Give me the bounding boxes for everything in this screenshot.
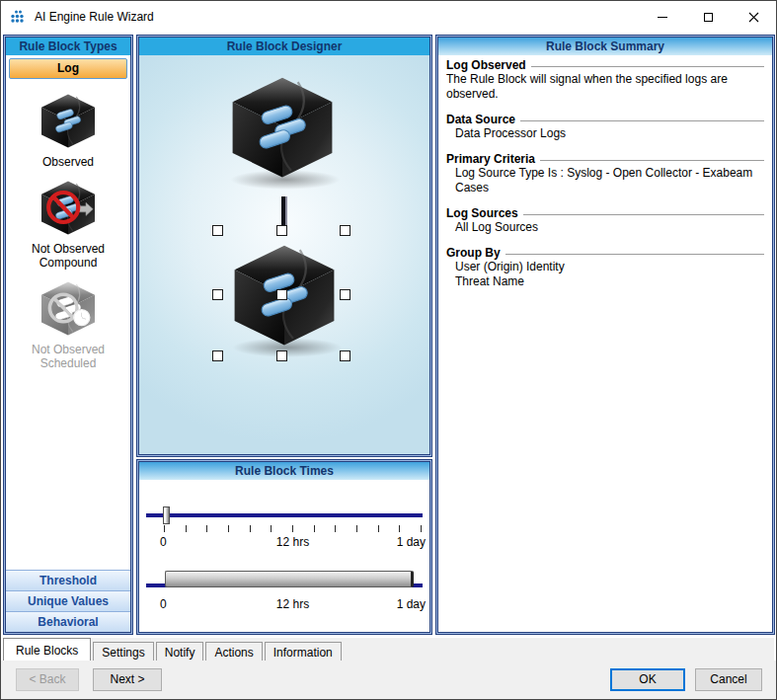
- tab-actions[interactable]: Actions: [205, 642, 262, 661]
- minimize-button[interactable]: [640, 1, 685, 33]
- tab-notify[interactable]: Notify: [156, 642, 204, 661]
- rule-block-designer-panel: Rule Block Designer: [138, 37, 430, 455]
- time-slider-labels: 0 12 hrs 1 day: [164, 535, 422, 550]
- next-button[interactable]: Next >: [93, 668, 162, 691]
- rule-block-cube-top[interactable]: [224, 71, 341, 182]
- summary-section-line: User (Origin) Identity: [446, 260, 764, 274]
- close-button[interactable]: [731, 1, 776, 33]
- type-category-behavioral-button[interactable]: Behavioral: [6, 611, 130, 632]
- summary-section-title: Primary Criteria: [446, 152, 764, 166]
- time-slider[interactable]: [146, 506, 423, 524]
- summary-section-title: Log Observed: [446, 58, 764, 72]
- window-title: AI Engine Rule Wizard: [35, 10, 154, 24]
- time-range-labels: 0 12 hrs 1 day: [164, 597, 422, 612]
- summary-section-line: All Log Sources: [446, 220, 764, 235]
- scale-label-1day: 1 day: [397, 597, 426, 611]
- type-item-label: Not Observed Compound: [32, 242, 105, 270]
- selection-handle-bottom-left[interactable]: [212, 350, 223, 361]
- not-observed-scheduled-icon: [39, 278, 98, 338]
- maximize-icon: [704, 13, 713, 22]
- rule-block-times-header: Rule Block Times: [139, 462, 429, 480]
- type-item-observed[interactable]: Observed: [6, 91, 130, 169]
- summary-section-line: Threat Name: [446, 274, 764, 289]
- rule-block-types-panel: Rule Block Types Log Observed Not Observ…: [5, 37, 131, 633]
- back-button: < Back: [16, 668, 79, 691]
- time-slider-track[interactable]: [146, 513, 423, 517]
- selection-handle-bottom-center[interactable]: [276, 350, 287, 361]
- type-item-not-observed-compound[interactable]: Not Observed Compound: [6, 178, 130, 270]
- scale-label-0: 0: [160, 597, 167, 611]
- rule-block-summary-header: Rule Block Summary: [438, 38, 772, 55]
- summary-section-title: Group By: [446, 246, 764, 260]
- summary-body: Log Observed The Rule Block will signal …: [438, 55, 772, 632]
- scale-label-12hrs: 12 hrs: [276, 535, 309, 549]
- window-controls: [640, 1, 776, 33]
- scale-label-1day: 1 day: [397, 535, 426, 549]
- summary-section-log-sources: Log Sources All Log Sources: [446, 206, 764, 235]
- selection-handle-bottom-right[interactable]: [340, 350, 350, 361]
- summary-section-title: Data Source: [446, 113, 764, 126]
- summary-section-title: Log Sources: [446, 206, 764, 220]
- time-range-bar[interactable]: [165, 571, 414, 587]
- rule-block-types-header: Rule Block Types: [6, 38, 130, 55]
- selected-block-antenna: [281, 196, 285, 228]
- summary-section-data-source: Data Source Data Processor Logs: [446, 113, 764, 141]
- bottom-button-bar: < Back Next > OK Cancel: [1, 661, 776, 699]
- wizard-tab-strip: Rule Blocks Settings Notify Actions Info…: [3, 638, 774, 661]
- type-list-empty-area: [6, 370, 130, 570]
- ai-engine-rule-wizard-window: AI Engine Rule Wizard Rule Block Types L…: [0, 0, 777, 700]
- summary-section-line: Data Processor Logs: [446, 126, 764, 141]
- rule-block-designer-header: Rule Block Designer: [139, 38, 429, 55]
- app-logo-dots-icon: [10, 9, 27, 26]
- summary-section-line: Log Source Type Is : Syslog - Open Colle…: [446, 166, 764, 195]
- tab-settings[interactable]: Settings: [93, 642, 153, 661]
- title-bar: AI Engine Rule Wizard: [1, 1, 776, 33]
- summary-section-log-observed: Log Observed The Rule Block will signal …: [446, 58, 764, 102]
- observed-cube-icon: [39, 91, 98, 150]
- times-body: 0 12 hrs 1 day 0 12 hrs 1 day: [139, 480, 429, 632]
- selection-handle-top-left[interactable]: [212, 225, 223, 236]
- time-slider-thumb[interactable]: [163, 506, 170, 524]
- selection-handle-mid-left[interactable]: [212, 289, 223, 300]
- cancel-button[interactable]: Cancel: [695, 668, 762, 691]
- summary-section-primary-criteria: Primary Criteria Log Source Type Is : Sy…: [446, 152, 764, 195]
- rule-block-summary-panel: Rule Block Summary Log Observed The Rule…: [437, 37, 773, 633]
- maximize-button[interactable]: [685, 1, 731, 33]
- tab-information[interactable]: Information: [265, 642, 342, 661]
- rule-block-times-panel: Rule Block Times 0 12 hrs 1 day: [138, 461, 430, 633]
- not-observed-compound-icon: [39, 178, 98, 237]
- selection-handle-mid-center[interactable]: [276, 289, 287, 300]
- type-item-label: Not Observed Scheduled: [32, 343, 105, 370]
- selection-handle-top-center[interactable]: [276, 225, 287, 236]
- scale-label-0: 0: [160, 535, 167, 549]
- close-icon: [748, 12, 759, 23]
- summary-section-group-by: Group By User (Origin) Identity Threat N…: [446, 246, 764, 289]
- type-category-threshold-button[interactable]: Threshold: [6, 570, 130, 590]
- selection-handle-top-right[interactable]: [340, 225, 350, 236]
- type-category-unique-values-button[interactable]: Unique Values: [6, 590, 130, 611]
- minimize-icon: [658, 17, 667, 18]
- summary-section-line: The Rule Block will signal when the spec…: [446, 72, 764, 102]
- selection-handle-mid-right[interactable]: [340, 289, 350, 300]
- tab-rule-blocks[interactable]: Rule Blocks: [3, 638, 91, 661]
- ok-button[interactable]: OK: [610, 668, 685, 691]
- designer-canvas[interactable]: [139, 55, 429, 454]
- time-range-slider[interactable]: [146, 577, 423, 594]
- type-item-not-observed-scheduled: Not Observed Scheduled: [6, 278, 130, 370]
- time-slider-ticks: [164, 525, 422, 532]
- type-item-label: Observed: [42, 155, 94, 169]
- scale-label-12hrs: 12 hrs: [276, 597, 309, 611]
- type-category-log-button[interactable]: Log: [9, 58, 127, 79]
